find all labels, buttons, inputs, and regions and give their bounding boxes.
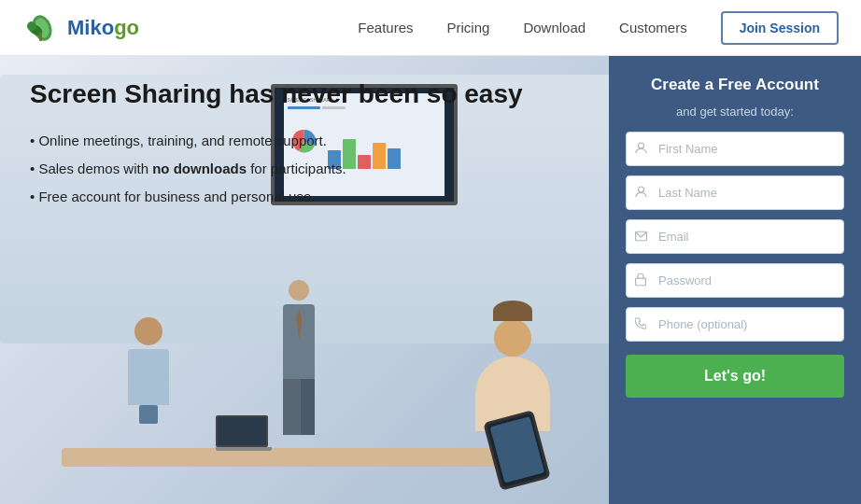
- svg-point-7: [639, 187, 644, 192]
- bullet-3: Free account for business and personal u…: [30, 183, 523, 211]
- signup-subtitle: and get started today:: [626, 105, 844, 119]
- last-name-input[interactable]: [626, 175, 844, 210]
- bullet-2-bold: no downloads: [152, 161, 247, 176]
- meeting-table: [62, 448, 524, 467]
- password-input[interactable]: [626, 263, 844, 298]
- phone-field: [626, 307, 844, 342]
- logo[interactable]: Mikogo: [22, 11, 139, 45]
- nav-features[interactable]: Features: [358, 20, 413, 35]
- email-input[interactable]: [626, 219, 844, 254]
- laptop: [216, 415, 272, 453]
- first-name-input[interactable]: [626, 132, 844, 166]
- email-field: [626, 219, 844, 254]
- first-name-field: [626, 132, 844, 166]
- svg-point-3: [27, 21, 36, 31]
- hero-title: Screen Sharing has never been so easy: [30, 78, 523, 110]
- nav-pricing[interactable]: Pricing: [447, 20, 490, 35]
- hero-text-block: Screen Sharing has never been so easy On…: [30, 78, 523, 211]
- signup-title: Create a Free Account: [626, 75, 844, 95]
- header: Mikogo Features Pricing Download Custome…: [0, 0, 861, 56]
- nav-download[interactable]: Download: [523, 20, 586, 35]
- main-content: SALES DASHBOARD: [0, 56, 861, 504]
- svg-rect-4: [39, 32, 42, 41]
- bullet-1: Online meetings, training, and remote su…: [30, 127, 523, 155]
- logo-icon: [22, 11, 62, 45]
- submit-button[interactable]: Let's go!: [626, 355, 844, 398]
- person-icon-2: [635, 186, 647, 201]
- presenter-person: [271, 280, 327, 448]
- phone-icon: [635, 317, 646, 332]
- seated-person-left: [111, 317, 186, 467]
- bullet-2: Sales demos with no downloads for partic…: [30, 155, 523, 183]
- bullet-2-suffix: for participants.: [247, 161, 346, 176]
- signup-panel: Create a Free Account and get started to…: [609, 56, 861, 504]
- svg-point-6: [639, 143, 644, 148]
- svg-rect-9: [636, 278, 646, 286]
- nav-customers[interactable]: Customers: [619, 20, 687, 35]
- bullet-2-prefix: Sales demos with: [38, 161, 152, 176]
- last-name-field: [626, 175, 844, 210]
- join-session-button[interactable]: Join Session: [721, 11, 839, 45]
- person-icon: [635, 142, 647, 157]
- phone-input[interactable]: [626, 307, 844, 342]
- email-icon: [635, 230, 647, 244]
- nav-links: Features Pricing Download Customers Join…: [358, 11, 839, 45]
- lock-icon: [635, 273, 646, 288]
- logo-text: Mikogo: [67, 16, 139, 40]
- hero-bullets: Online meetings, training, and remote su…: [30, 127, 523, 211]
- password-field: [626, 263, 844, 298]
